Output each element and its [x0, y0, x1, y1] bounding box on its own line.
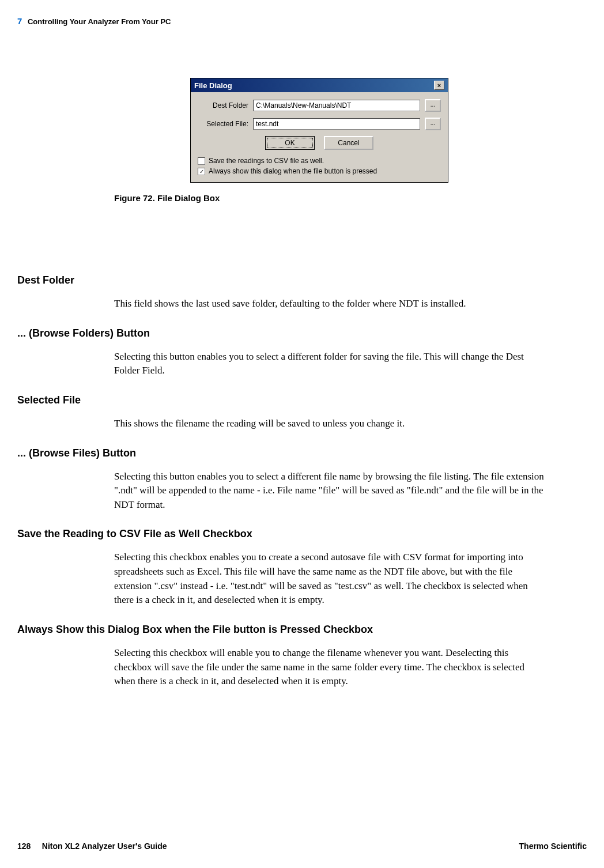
dest-folder-input[interactable]: C:\Manuals\New-Manuals\NDT	[253, 100, 420, 111]
heading-csv-checkbox: Save the Reading to CSV File as Well Che…	[17, 528, 587, 540]
dialog-title-bar: File Dialog ×	[191, 78, 448, 92]
always-checkbox-label: Always show this dialog when the file bu…	[209, 167, 377, 175]
body-browse-folders: Selecting this button enables you to sel…	[114, 350, 546, 378]
file-dialog: File Dialog × Dest Folder C:\Manuals\New…	[190, 78, 448, 183]
page-header: 7 Controlling Your Analyzer From Your PC	[17, 16, 171, 26]
dialog-content: Dest Folder C:\Manuals\New-Manuals\NDT .…	[191, 92, 448, 182]
selected-file-row: Selected File: test.ndt ...	[198, 118, 441, 130]
footer-left: 128 Niton XL2 Analyzer User's Guide	[17, 841, 167, 851]
heading-browse-files: ... (Browse Files) Button	[17, 447, 587, 459]
chapter-number: 7	[17, 16, 22, 26]
figure-area: File Dialog × Dest Folder C:\Manuals\New…	[190, 78, 448, 203]
guide-title: Niton XL2 Analyzer User's Guide	[42, 841, 167, 851]
body-dest-folder: This field shows the last used save fold…	[114, 297, 546, 311]
ok-button[interactable]: OK	[265, 136, 315, 150]
csv-checkbox[interactable]	[198, 157, 205, 165]
body-always-checkbox: Selecting this checkbox will enable you …	[114, 646, 546, 689]
page-footer: 128 Niton XL2 Analyzer User's Guide Ther…	[17, 841, 587, 851]
dest-folder-row: Dest Folder C:\Manuals\New-Manuals\NDT .…	[198, 99, 441, 112]
selected-file-input[interactable]: test.ndt	[253, 118, 420, 130]
csv-checkbox-label: Save the readings to CSV file as well.	[209, 157, 324, 165]
heading-dest-folder: Dest Folder	[17, 274, 587, 286]
body-browse-files: Selecting this button enables you to sel…	[114, 470, 546, 512]
content-area: Dest Folder This field shows the last us…	[0, 258, 604, 689]
heading-always-checkbox: Always Show this Dialog Box when the Fil…	[17, 624, 587, 636]
page-number: 128	[17, 841, 31, 851]
always-checkbox-row: ✓ Always show this dialog when the file …	[198, 167, 441, 175]
dest-folder-label: Dest Folder	[198, 101, 248, 110]
dialog-button-row: OK Cancel	[198, 136, 441, 150]
browse-folders-button[interactable]: ...	[425, 99, 441, 112]
heading-selected-file: Selected File	[17, 394, 587, 406]
body-selected-file: This shows the filename the reading will…	[114, 417, 546, 431]
close-icon[interactable]: ×	[434, 81, 444, 90]
dialog-title: File Dialog	[194, 81, 232, 90]
chapter-title: Controlling Your Analyzer From Your PC	[28, 17, 171, 26]
footer-company: Thermo Scientific	[519, 841, 587, 851]
cancel-button[interactable]: Cancel	[324, 136, 373, 150]
browse-files-button[interactable]: ...	[425, 118, 441, 130]
selected-file-label: Selected File:	[198, 120, 248, 128]
csv-checkbox-row: Save the readings to CSV file as well.	[198, 157, 441, 165]
figure-caption: Figure 72. File Dialog Box	[114, 193, 448, 203]
heading-browse-folders: ... (Browse Folders) Button	[17, 327, 587, 339]
always-show-checkbox[interactable]: ✓	[198, 168, 205, 175]
body-csv-checkbox: Selecting this checkbox enables you to c…	[114, 550, 546, 607]
